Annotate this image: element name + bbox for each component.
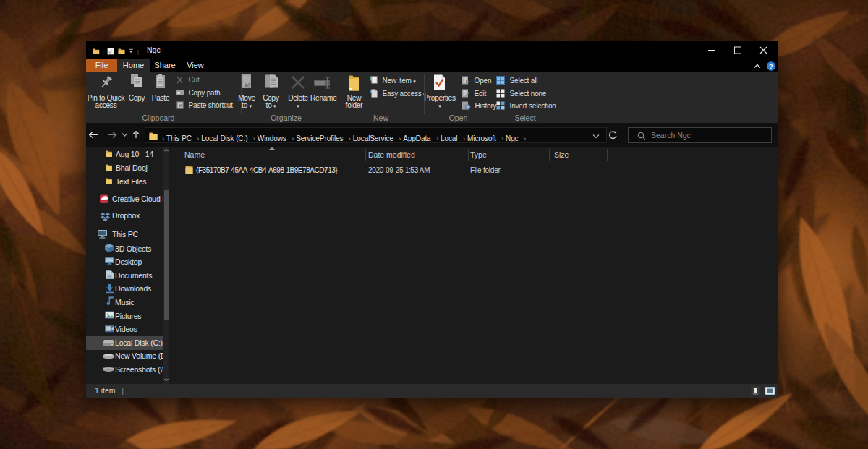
svg-text:?: ? <box>769 62 773 70</box>
svg-text:|: | <box>137 48 139 55</box>
svg-text:|: | <box>103 48 104 55</box>
